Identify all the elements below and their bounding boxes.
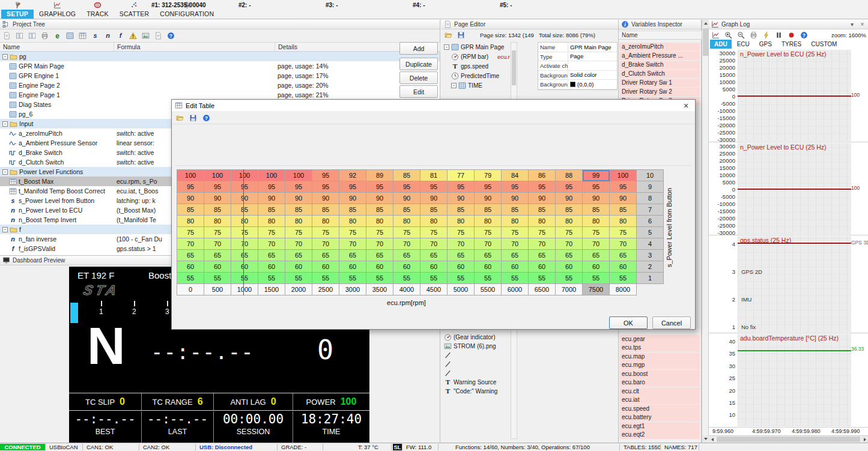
table-cell[interactable]: 85 <box>420 204 448 216</box>
cancel-button[interactable]: Cancel <box>652 316 691 329</box>
table-cell[interactable]: 90 <box>339 193 366 204</box>
table-cell[interactable]: 65 <box>556 250 583 261</box>
table-cell[interactable]: 55 <box>366 273 393 284</box>
ok-button[interactable]: OK <box>609 316 648 329</box>
x-axis-cell[interactable]: 5000 <box>448 284 475 295</box>
rec-button[interactable] <box>786 30 797 40</box>
variables-column-header[interactable]: Name <box>619 31 702 40</box>
scrollbar-thumb[interactable] <box>717 437 860 442</box>
variable-item[interactable]: d_Brake Switch <box>619 61 700 69</box>
cols-button[interactable] <box>14 31 25 41</box>
table-cell[interactable]: 65 <box>258 250 285 261</box>
page-element-row[interactable]: Tgps.speed <box>443 61 511 71</box>
table-cell[interactable]: 90 <box>420 193 448 204</box>
scrollbar-thumb[interactable] <box>512 50 516 85</box>
collapse-toggle[interactable]: - <box>2 227 8 232</box>
table-cell[interactable]: 86 <box>529 170 556 181</box>
table-cell[interactable]: 90 <box>285 193 312 204</box>
help-button[interactable]: ? <box>165 31 177 41</box>
table-cell[interactable]: 70 <box>366 238 393 250</box>
pause-button[interactable] <box>773 30 785 40</box>
table-cell[interactable]: 95 <box>285 181 312 193</box>
variable-item[interactable]: ecu.mgp <box>619 361 700 369</box>
table-cell[interactable]: 95 <box>475 181 502 193</box>
table-cell[interactable]: 80 <box>393 216 420 227</box>
x-axis-cell[interactable]: 1000 <box>231 284 258 295</box>
e-button[interactable]: e <box>52 31 63 41</box>
collapse-toggle[interactable]: - <box>451 83 457 88</box>
x-axis-cell[interactable]: 6500 <box>529 284 556 295</box>
chart-plot-area[interactable] <box>738 236 851 332</box>
table-cell[interactable]: 70 <box>556 238 583 250</box>
table-cell[interactable]: 89 <box>366 170 393 181</box>
device-slot-3[interactable]: #3: - <box>326 2 338 8</box>
chart-plot-area[interactable] <box>738 334 851 426</box>
column-header-name[interactable]: Name <box>0 43 114 51</box>
table-cell[interactable]: 85 <box>529 204 556 216</box>
table-cell[interactable]: 95 <box>258 181 285 193</box>
table-cell[interactable]: 65 <box>420 250 448 261</box>
table-cell[interactable]: 75 <box>231 227 258 238</box>
property-value[interactable]: Solid color <box>568 71 617 78</box>
table-cell[interactable]: 100 <box>231 170 258 181</box>
table-cell[interactable]: 55 <box>610 273 637 284</box>
table-cell[interactable]: 99 <box>583 170 610 181</box>
table-cell[interactable]: 80 <box>285 216 312 227</box>
table-cell[interactable]: 85 <box>583 204 610 216</box>
table-cell[interactable]: 55 <box>393 273 420 284</box>
table-cell[interactable]: 85 <box>258 204 285 216</box>
tree-group-row[interactable]: -pg <box>0 52 440 61</box>
table-cell[interactable]: 65 <box>393 250 420 261</box>
graph-tab-tyres[interactable]: TYRES <box>777 40 806 49</box>
x-axis-cell[interactable]: 8000 <box>610 284 637 295</box>
table-cell[interactable]: 85 <box>312 204 339 216</box>
column-header-formula[interactable]: Formula <box>114 43 275 51</box>
table-cell[interactable]: 65 <box>502 250 529 261</box>
table-cell[interactable]: 80 <box>204 216 231 227</box>
n-button[interactable]: n <box>102 31 114 41</box>
table-cell[interactable]: 95 <box>393 181 420 193</box>
graph-tab-custom[interactable]: CUSTOM <box>807 40 841 49</box>
table-cell[interactable]: 90 <box>529 193 556 204</box>
table-cell[interactable]: 55 <box>448 273 475 284</box>
graph-horizontal-scrollbar[interactable] <box>709 435 868 443</box>
table-cell[interactable]: 65 <box>312 250 339 261</box>
page-element-row[interactable] <box>443 368 511 378</box>
table-cell[interactable]: 75 <box>556 227 583 238</box>
table-cell[interactable]: 55 <box>502 273 529 284</box>
table-cell[interactable]: 84 <box>502 170 529 181</box>
table-cell[interactable]: 60 <box>231 261 258 273</box>
table-cell[interactable]: 55 <box>204 273 231 284</box>
table-cell[interactable]: 80 <box>312 216 339 227</box>
table-cell[interactable]: 60 <box>258 261 285 273</box>
table-cell[interactable]: 65 <box>583 250 610 261</box>
property-value[interactable]: (0,0,0) <box>568 81 617 88</box>
x-axis-cell[interactable]: 0 <box>177 284 204 295</box>
table-cell[interactable]: 90 <box>204 193 231 204</box>
table-cell[interactable]: 85 <box>393 204 420 216</box>
table-cell[interactable]: 80 <box>448 216 475 227</box>
open-button[interactable] <box>174 113 186 123</box>
table-cell[interactable]: 60 <box>610 261 637 273</box>
table-cell[interactable]: 75 <box>177 227 204 238</box>
table-cell[interactable]: 80 <box>502 216 529 227</box>
table-cell[interactable]: 60 <box>475 261 502 273</box>
table-cell[interactable]: 70 <box>204 238 231 250</box>
x-axis-cell[interactable]: 7000 <box>556 284 583 295</box>
scroll-up-arrow[interactable] <box>702 20 709 27</box>
table-cell[interactable]: 85 <box>556 204 583 216</box>
table-cell[interactable]: 95 <box>448 181 475 193</box>
table-cell[interactable]: 70 <box>448 238 475 250</box>
page-element-row[interactable]: TWarning Source <box>443 377 511 387</box>
page-element-row[interactable]: -GPR Main Page <box>443 42 511 52</box>
x-axis-cell[interactable]: 4500 <box>420 284 448 295</box>
tree-item-row[interactable]: Engine Page 1page, usage: 21% <box>0 90 440 100</box>
x-axis-cell[interactable]: 500 <box>204 284 231 295</box>
table-cell[interactable]: 90 <box>448 193 475 204</box>
table-cell[interactable]: 80 <box>475 216 502 227</box>
table-cell[interactable]: 55 <box>258 273 285 284</box>
table-cell[interactable]: 65 <box>339 250 366 261</box>
table-cell[interactable]: 65 <box>529 250 556 261</box>
variable-item[interactable]: ecu.speed <box>619 405 700 413</box>
table-cell[interactable]: 60 <box>420 261 448 273</box>
